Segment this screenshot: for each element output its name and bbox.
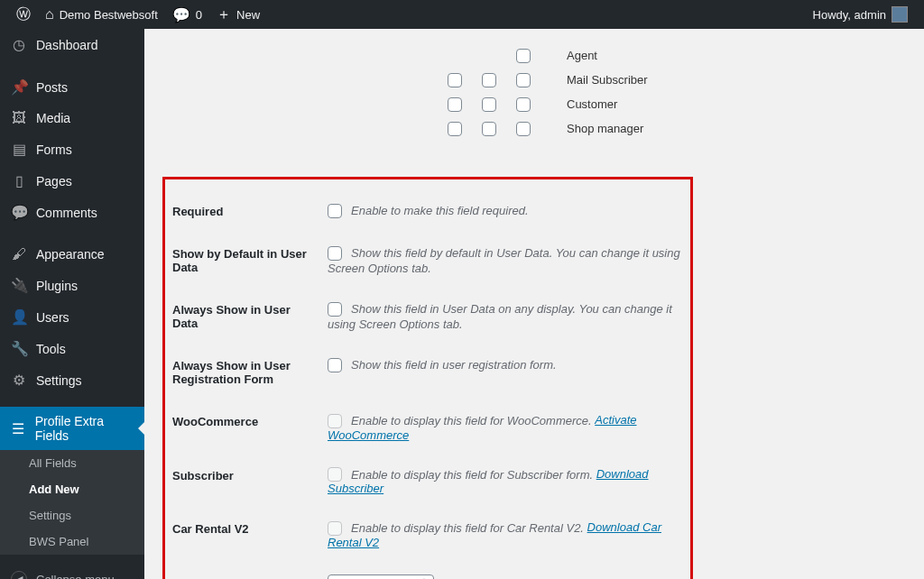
comment-icon: 💬 [172,6,190,23]
required-checkbox[interactable] [328,204,342,218]
wp-logo[interactable]: ⓦ [9,0,38,29]
setting-label: Car Rental V2 [172,508,328,562]
setting-label: Field Order [172,562,328,579]
setting-value-cell: Enable to display this field for Car Ren… [328,508,683,562]
howdy-text: Howdy, admin [813,8,886,22]
setting-label: Always Show in User Registration Form [172,345,328,400]
setting-value-cell: Show this field in user registration for… [328,345,683,400]
forms-icon: ▤ [11,141,27,158]
sidebar-item-label: Appearance [36,247,105,262]
setting-label: Subscriber [172,455,328,509]
users-icon: 👤 [11,308,27,326]
site-home-link[interactable]: ⌂ Demo Bestwebsoft [38,0,165,29]
wordpress-icon: ⓦ [16,5,31,24]
setting-description: Enable to make this field required. [351,204,529,217]
setting-label: WooCommerce [172,400,328,455]
role-checkbox[interactable] [448,97,462,112]
submenu-add-new[interactable]: Add New [0,476,144,502]
setting-value-cell: ▲▼ [328,562,683,579]
comments-icon: 💬 [11,204,27,221]
role-row: Agent [162,43,906,68]
account-link[interactable]: Howdy, admin [806,0,915,29]
role-name: Agent [531,49,597,62]
comments-count: 0 [196,8,202,22]
setting-label: Required [172,190,328,233]
setting-description: Enable to display this field for Subscri… [351,468,596,482]
setting-value-cell: Enable to display this field for WooComm… [328,400,683,455]
sidebar-item-label: Plugins [36,279,78,293]
subscriber-checkbox [328,467,342,482]
field-settings-table: RequiredEnable to make this field requir… [172,190,683,579]
sidebar-item-settings[interactable]: ⚙Settings [0,364,144,396]
show_default-checkbox[interactable] [328,246,342,261]
new-label: New [236,8,260,22]
sidebar-item-label: Posts [36,80,68,95]
carrental-checkbox [328,521,342,536]
role-checkbox[interactable] [448,122,462,136]
role-checkbox[interactable] [482,122,496,136]
sidebar-item-plugins[interactable]: 🔌Plugins [0,270,144,301]
settings-icon: ⚙ [11,372,27,389]
sidebar-submenu: All Fields Add New Settings BWS Panel [0,450,144,555]
number-spinner[interactable]: ▲▼ [415,575,433,579]
collapse-label: Collapse menu [36,573,115,580]
submenu-all-fields[interactable]: All Fields [0,450,144,476]
setting-value-cell: Show this field in User Data on any disp… [328,289,683,345]
setting-label: Always Show in User Data [172,289,328,345]
always_reg-checkbox[interactable] [328,358,342,372]
sidebar-item-label: Comments [36,206,97,220]
sidebar-item-forms[interactable]: ▤Forms [0,133,144,165]
main-content: AgentMail SubscriberCustomerShop manager… [144,0,924,579]
sidebar-item-label: Pages [36,174,72,188]
sidebar-item-label: Forms [36,142,72,157]
tools-icon: 🔧 [11,340,27,357]
pages-icon: ▯ [11,172,27,189]
admin-sidebar: ◷Dashboard 📌Posts 🖼Media ▤Forms ▯Pages 💬… [0,29,144,579]
sidebar-item-tools[interactable]: 🔧Tools [0,333,144,364]
dashboard-icon: ◷ [11,36,27,53]
sidebar-item-media[interactable]: 🖼Media [0,103,144,133]
pin-icon: 📌 [11,78,27,96]
appearance-icon: 🖌 [11,246,27,262]
avatar-icon [892,6,908,23]
role-name: Mail Subscriber [531,73,648,87]
setting-description: Show this field in User Data on any disp… [328,302,672,331]
comments-link[interactable]: 💬 0 [165,0,209,29]
submenu-settings[interactable]: Settings [0,502,144,528]
role-checkbox[interactable] [516,73,531,87]
role-checkbox[interactable] [448,73,462,87]
role-checkbox[interactable] [482,97,496,112]
setting-value-cell: Enable to make this field required. [328,190,683,233]
sidebar-item-posts[interactable]: 📌Posts [0,71,144,103]
role-row: Customer [162,92,906,116]
sidebar-item-users[interactable]: 👤Users [0,301,144,333]
role-row: Shop manager [162,116,906,141]
sidebar-item-label: Users [36,310,69,325]
sidebar-item-appearance[interactable]: 🖌Appearance [0,239,144,270]
sidebar-item-profile-extra-fields[interactable]: ☰Profile Extra Fields [0,407,144,450]
collapse-icon: ◀ [11,571,27,579]
setting-value-cell: Show this field by default in User Data.… [328,233,683,289]
submenu-bws-panel[interactable]: BWS Panel [0,528,144,555]
setting-value-cell: Enable to display this field for Subscri… [328,455,683,509]
setting-description: Show this field in user registration for… [351,358,557,372]
sidebar-item-comments[interactable]: 💬Comments [0,197,144,228]
role-name: Customer [531,97,617,111]
role-row: Mail Subscriber [162,68,906,92]
stepper-up-icon[interactable]: ▲ [415,575,433,579]
settings-highlight-box: RequiredEnable to make this field requir… [162,177,693,579]
sidebar-item-label: Dashboard [36,38,98,52]
setting-description: Show this field by default in User Data.… [328,246,680,275]
site-title: Demo Bestwebsoft [60,8,158,22]
collapse-menu-button[interactable]: ◀ Collapse menu [0,562,144,579]
role-checkbox[interactable] [516,122,531,136]
always_show-checkbox[interactable] [328,302,342,317]
sidebar-item-dashboard[interactable]: ◷Dashboard [0,29,144,60]
sidebar-item-pages[interactable]: ▯Pages [0,165,144,197]
role-checkbox[interactable] [516,49,531,63]
role-checkbox[interactable] [482,73,496,87]
role-checkbox[interactable] [516,97,531,112]
plus-icon: ＋ [217,5,231,24]
setting-label: Show by Default in User Data [172,233,328,289]
new-content-link[interactable]: ＋ New [209,0,267,29]
